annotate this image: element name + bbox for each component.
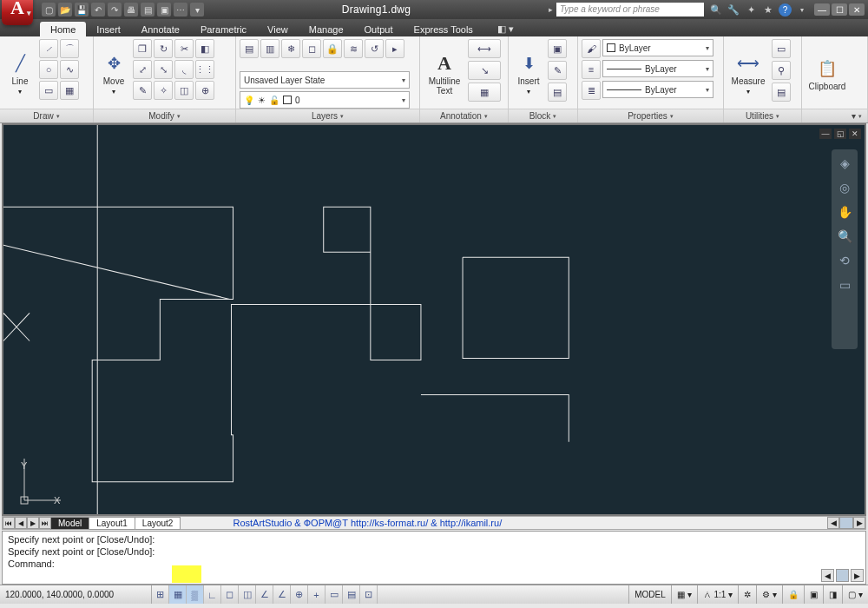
layout-tab-2[interactable]: Layout2 <box>135 517 181 530</box>
layer-walk-icon[interactable]: ▸ <box>385 39 404 58</box>
tab-extra-icon[interactable]: ◧ ▾ <box>492 22 519 36</box>
tpy-icon[interactable]: ▭ <box>326 585 343 604</box>
qat-plot-icon[interactable]: ▤ <box>141 3 155 17</box>
layout-next-icon[interactable]: ▶ <box>27 517 39 529</box>
qat-new-icon[interactable]: ▢ <box>42 3 56 17</box>
sc-icon[interactable]: ⊡ <box>360 585 378 604</box>
panel-utilities-title[interactable]: Utilities <box>724 109 801 122</box>
dyn-icon[interactable]: ⊕ <box>291 585 308 604</box>
annoscale-icon[interactable]: ⩑ 1:1 ▾ <box>697 585 739 604</box>
select-icon[interactable]: ▭ <box>772 39 791 58</box>
hatch-icon[interactable]: ▦ <box>60 81 79 100</box>
layer-off-icon[interactable]: ◻ <box>302 39 321 58</box>
drawing-canvas[interactable]: — ◱ ✕ ◈ ◎ ✋ 🔍 ⟲ ▭ YX <box>2 123 866 516</box>
tab-annotate[interactable]: Annotate <box>131 22 190 36</box>
rotate-icon[interactable]: ↻ <box>154 39 173 58</box>
leader-icon[interactable]: ↘ <box>468 61 501 80</box>
panel-clipboard-title[interactable]: ▾ <box>802 109 867 122</box>
layout-tab-model[interactable]: Model <box>50 517 89 530</box>
create-block-icon[interactable]: ▣ <box>548 39 567 58</box>
layout-last-icon[interactable]: ⏭ <box>39 517 51 529</box>
qat-open-icon[interactable]: 📂 <box>58 3 72 17</box>
color-combo[interactable]: ByLayer▾ <box>602 39 713 56</box>
ortho-icon[interactable]: ▒ <box>187 585 204 604</box>
offset-icon[interactable]: ◫ <box>174 81 194 100</box>
stretch-icon[interactable]: ⤢ <box>133 60 152 79</box>
help-icon[interactable]: ? <box>779 3 792 17</box>
join-icon[interactable]: ⊕ <box>195 81 214 100</box>
linetype-combo[interactable]: ByLayer▾ <box>602 60 713 77</box>
doc-close-icon[interactable]: ✕ <box>849 129 861 139</box>
panel-properties-title[interactable]: Properties <box>578 109 723 122</box>
help-dropdown-icon[interactable]: ▾ <box>795 3 809 17</box>
scale-icon[interactable]: ⤡ <box>154 60 173 79</box>
list-icon[interactable]: ≡ <box>582 60 601 79</box>
status-grid2-icon[interactable]: ▦ ▾ <box>671 585 697 604</box>
coordinates[interactable]: 120.0000, 140.0000, 0.0000 <box>0 585 152 604</box>
search-input[interactable]: Type a keyword or phrase <box>556 3 704 17</box>
tab-output[interactable]: Output <box>354 22 404 36</box>
layer-prev-icon[interactable]: ↺ <box>365 39 384 58</box>
model-space-toggle[interactable]: MODEL <box>628 585 671 604</box>
3dosnap-icon[interactable]: ◫ <box>239 585 256 604</box>
maximize-button[interactable]: ☐ <box>832 3 847 16</box>
qat-save-icon[interactable]: 💾 <box>75 3 89 17</box>
mirror-icon[interactable]: ◧ <box>195 39 214 58</box>
panel-layers-title[interactable]: Layers <box>236 109 419 122</box>
lineweight-combo[interactable]: ByLayer▾ <box>602 81 713 98</box>
measure-button[interactable]: ⟷ Measure ▾ <box>727 39 769 109</box>
snap-icon[interactable]: ⊞ <box>152 585 169 604</box>
edit-block-icon[interactable]: ✎ <box>548 61 567 80</box>
panel-annotation-title[interactable]: Annotation <box>420 109 508 122</box>
favorite-icon[interactable]: ★ <box>761 3 775 17</box>
layer-match-icon[interactable]: ≋ <box>344 39 363 58</box>
qat-print-icon[interactable]: 🖶 <box>124 3 138 17</box>
cmd-scroll-left-icon[interactable]: ◀ <box>821 569 834 582</box>
minimize-button[interactable]: — <box>814 3 830 16</box>
lweight-icon[interactable]: ≣ <box>582 81 601 100</box>
exchange-icon[interactable]: ✦ <box>744 3 758 17</box>
rectangle-icon[interactable]: ▭ <box>39 81 58 100</box>
otrack-icon[interactable]: ∠ <box>256 585 273 604</box>
layer-iso-icon[interactable]: ▥ <box>260 39 279 58</box>
move-button[interactable]: ✥ Move ▾ <box>97 39 130 109</box>
panel-draw-title[interactable]: Draw <box>0 109 93 122</box>
hscroll-right-icon[interactable]: ▶ <box>853 517 865 529</box>
arc-icon[interactable]: ⌒ <box>60 39 79 58</box>
doc-minimize-icon[interactable]: — <box>819 129 832 139</box>
layout-tab-1[interactable]: Layout1 <box>89 517 135 530</box>
layout-first-icon[interactable]: ⏮ <box>3 517 15 529</box>
doc-restore-icon[interactable]: ◱ <box>834 129 846 139</box>
layer-freeze-icon[interactable]: ❄ <box>281 39 300 58</box>
spline-icon[interactable]: ∿ <box>60 60 79 79</box>
layer-props-icon[interactable]: ▤ <box>240 39 259 58</box>
tab-home[interactable]: Home <box>40 22 86 36</box>
qat-more-icon[interactable]: ▾ <box>190 3 204 17</box>
layout-prev-icon[interactable]: ◀ <box>15 517 27 529</box>
tab-parametric[interactable]: Parametric <box>190 22 257 36</box>
line-button[interactable]: ╱ Line ▾ <box>3 39 36 109</box>
tab-view[interactable]: View <box>257 22 299 36</box>
qat-publish-icon[interactable]: ▣ <box>157 3 171 17</box>
insert-button[interactable]: ⬇ Insert ▾ <box>512 39 545 109</box>
lwt-icon[interactable]: + <box>308 585 326 604</box>
panel-modify-title[interactable]: Modify <box>94 109 235 122</box>
polyline-icon[interactable]: ⟋ <box>39 39 58 58</box>
toolbar-lock-icon[interactable]: 🔒 <box>782 585 804 604</box>
osnap-icon[interactable]: ◻ <box>221 585 239 604</box>
clipboard-button[interactable]: 📋 Clipboard <box>806 39 849 109</box>
dim-linear-icon[interactable]: ⟷ <box>468 39 501 58</box>
app-menu[interactable]: A <box>0 0 35 27</box>
explode-icon[interactable]: ✧ <box>154 81 173 100</box>
trim-icon[interactable]: ✂ <box>174 39 194 58</box>
qselect-icon[interactable]: ⚲ <box>772 61 791 80</box>
tab-express[interactable]: Express Tools <box>404 22 483 36</box>
mtext-button[interactable]: A Multiline Text <box>424 39 465 109</box>
layer-lock-icon[interactable]: 🔒 <box>323 39 342 58</box>
qat-undo-icon[interactable]: ↶ <box>91 3 105 17</box>
hscroll-left-icon[interactable]: ◀ <box>827 517 839 529</box>
match-props-icon[interactable]: 🖌 <box>582 39 601 58</box>
key-icon[interactable]: 🔧 <box>727 3 740 17</box>
fillet-icon[interactable]: ◟ <box>174 60 194 79</box>
layer-current-combo[interactable]: 💡 ☀ 🔓 0 ▾ <box>240 91 410 109</box>
